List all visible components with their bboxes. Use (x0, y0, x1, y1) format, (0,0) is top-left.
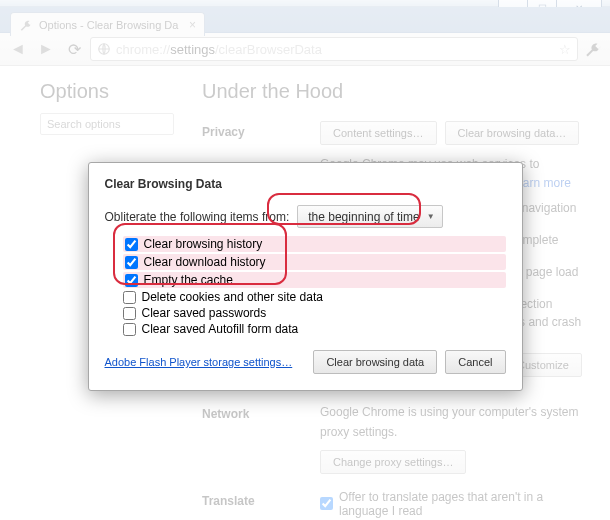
cancel-button[interactable]: Cancel (445, 350, 505, 374)
dialog-checkbox-1[interactable] (125, 256, 138, 269)
dialog-check-row: Clear saved Autofill form data (123, 322, 506, 336)
dialog-checkbox-4[interactable] (123, 307, 136, 320)
dialog-check-row: Empty the cache (123, 272, 506, 288)
dialog-check-row: Clear browsing history (123, 236, 506, 252)
dialog-checkbox-5[interactable] (123, 323, 136, 336)
dialog-check-label: Empty the cache (144, 273, 233, 287)
dialog-checkbox-2[interactable] (125, 274, 138, 287)
time-range-select[interactable]: the beginning of time (297, 205, 442, 228)
checkbox-list: Clear browsing historyClear download his… (123, 236, 506, 336)
dialog-checkbox-0[interactable] (125, 238, 138, 251)
obliterate-label: Obliterate the following items from: (105, 210, 290, 224)
dialog-checkbox-3[interactable] (123, 291, 136, 304)
dialog-check-label: Clear saved Autofill form data (142, 322, 299, 336)
dialog-check-row: Clear download history (123, 254, 506, 270)
dialog-check-label: Clear saved passwords (142, 306, 267, 320)
dialog-check-label: Delete cookies and other site data (142, 290, 323, 304)
modal-overlay: Clear Browsing Data Obliterate the follo… (0, 0, 610, 520)
dialog-check-label: Clear browsing history (144, 237, 263, 251)
dialog-check-row: Clear saved passwords (123, 306, 506, 320)
dialog-check-label: Clear download history (144, 255, 266, 269)
clear-browsing-data-dialog: Clear Browsing Data Obliterate the follo… (88, 162, 523, 391)
dialog-title: Clear Browsing Data (105, 177, 506, 191)
dialog-check-row: Delete cookies and other site data (123, 290, 506, 304)
flash-storage-link[interactable]: Adobe Flash Player storage settings… (105, 356, 293, 368)
clear-data-button[interactable]: Clear browsing data (313, 350, 437, 374)
